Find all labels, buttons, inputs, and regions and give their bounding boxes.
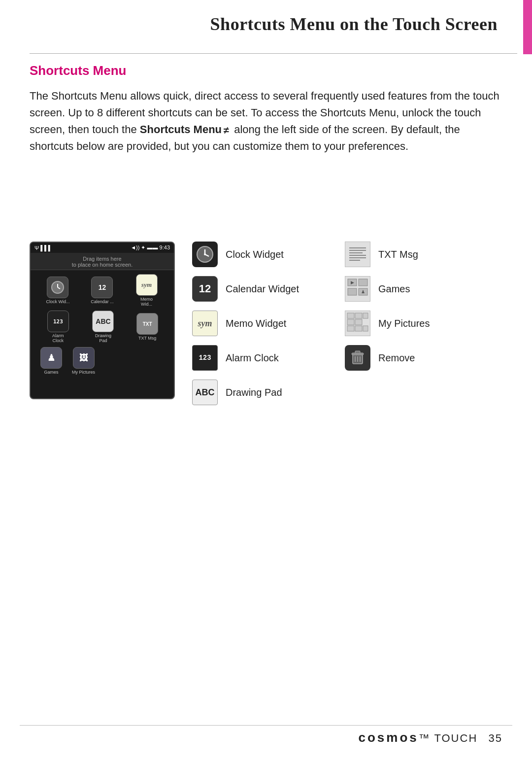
page-title-area: Shortcuts Menu on the Touch Screen	[30, 14, 512, 35]
svg-text:♟: ♟	[361, 289, 365, 294]
calendar-widget-phone-label: Calendar ...	[91, 299, 114, 304]
memo-widget-icon: sym	[192, 311, 218, 336]
svg-point-6	[204, 253, 206, 255]
svg-rect-28	[355, 326, 362, 331]
memo-widget-phone-label: Memo Wid...	[135, 297, 159, 307]
my-pictures-phone-icon: 🖼	[73, 347, 95, 369]
clock-icon-svg	[195, 244, 215, 264]
clock-widget-label: Clock Widget	[226, 249, 304, 260]
phone-icon-alarm-clock: 123 Alarm Clock	[46, 311, 70, 343]
phone-status-bar: Ψ ▌▌▌ ◄)) ✦ ▬▬ 9:43	[31, 243, 174, 253]
alarm-clock-phone-icon: 123	[47, 311, 69, 332]
clock-widget-phone-label: Clock Wid...	[46, 299, 69, 304]
drawing-pad-label: Drawing Pad	[226, 387, 304, 398]
txt-msg-label: TXT Msg	[378, 249, 418, 260]
my-pictures-icon	[345, 311, 370, 336]
shortcuts-right-column: TXT Msg ▶ ♟ Games	[345, 242, 502, 380]
svg-rect-27	[347, 326, 354, 331]
clock-widget-phone-icon	[47, 277, 68, 298]
phone-screenshot: Ψ ▌▌▌ ◄)) ✦ ▬▬ 9:43 Drag items here to p…	[30, 242, 175, 399]
games-phone-label: Games	[44, 370, 58, 375]
svg-rect-17	[359, 279, 367, 286]
phone-icon-clock-widget: Clock Wid...	[46, 277, 69, 304]
svg-text:▶: ▶	[351, 280, 354, 285]
my-pictures-phone-label: My Pictures	[72, 370, 95, 375]
phone-icon-txt-msg: TXT TXT Msg	[136, 313, 158, 341]
svg-rect-26	[355, 319, 362, 325]
page-number: 35	[489, 732, 502, 744]
phone-row-1: Clock Wid... 12 Calendar ... sym Memo Wi…	[31, 270, 174, 309]
page-title: Shortcuts Menu on the Touch Screen	[30, 14, 512, 35]
drawing-pad-icon: ABC	[192, 380, 218, 405]
phone-row-2: 123 Alarm Clock ABC Drawing Pad TXT TXT …	[31, 309, 174, 345]
shortcuts-menu-bold: Shortcuts Menu	[140, 123, 222, 136]
my-pictures-svg	[345, 311, 370, 336]
svg-rect-7	[345, 242, 370, 267]
alarm-clock-label: Alarm Clock	[226, 352, 304, 364]
drag-text-2: to place on home screen.	[31, 262, 174, 268]
phone-icon-calendar-widget: 12 Calendar ...	[91, 277, 114, 304]
calendar-widget-icon: 12	[192, 276, 218, 302]
svg-rect-32	[355, 351, 360, 353]
clock-widget-icon	[192, 242, 218, 267]
calendar-widget-label: Calendar Widget	[226, 283, 304, 295]
section-heading: Shortcuts Menu	[30, 63, 126, 78]
games-svg: ▶ ♟	[345, 277, 370, 301]
remove-icon	[345, 345, 370, 371]
accent-bar	[523, 0, 532, 54]
txt-msg-phone-icon: TXT	[136, 313, 158, 335]
txt-msg-icon	[345, 242, 370, 267]
drawing-pad-phone-icon: ABC	[92, 311, 114, 332]
clock-svg	[50, 280, 65, 295]
brand-name: cosmos	[358, 730, 418, 745]
shortcut-my-pictures: My Pictures	[345, 311, 502, 336]
footer-divider	[20, 725, 512, 726]
phone-icon-memo-widget: sym Memo Wid...	[135, 274, 159, 307]
trash-svg	[349, 349, 366, 367]
phone-icon-drawing-pad: ABC Drawing Pad	[91, 311, 115, 343]
phone-row-3: ♟ Games 🖼 My Pictures	[31, 345, 174, 377]
body-text: The Shortcuts Menu allows quick, direct …	[30, 88, 502, 155]
txt-msg-svg	[345, 242, 370, 267]
svg-rect-18	[348, 288, 357, 295]
memo-widget-label: Memo Widget	[226, 318, 304, 329]
footer: cosmos™ TOUCH 35	[358, 730, 502, 745]
shortcut-drawing-pad: ABC Drawing Pad	[192, 380, 502, 405]
shortcut-games: ▶ ♟ Games	[345, 276, 502, 302]
drag-text-1: Drag items here	[31, 256, 174, 262]
phone-icon-games: ♟ Games	[40, 347, 62, 375]
signal-icon: Ψ ▌▌▌	[34, 245, 52, 251]
phone-icon-my-pictures: 🖼 My Pictures	[72, 347, 95, 375]
status-icons: ◄)) ✦ ▬▬ 9:43	[131, 244, 170, 251]
alarm-clock-icon: 123	[192, 345, 218, 371]
games-phone-icon: ♟	[40, 347, 62, 369]
games-label: Games	[378, 283, 410, 295]
drawing-pad-phone-label: Drawing Pad	[91, 333, 115, 343]
shortcut-remove: Remove	[345, 345, 502, 371]
my-pictures-label: My Pictures	[378, 318, 430, 329]
txt-msg-phone-label: TXT Msg	[138, 336, 156, 341]
games-icon: ▶ ♟	[345, 276, 370, 302]
svg-rect-23	[355, 313, 362, 318]
phone-drag-area: Drag items here to place on home screen.	[31, 253, 174, 270]
title-divider	[30, 53, 517, 54]
svg-rect-29	[363, 326, 368, 331]
svg-rect-22	[347, 313, 354, 318]
memo-widget-phone-icon: sym	[136, 274, 158, 296]
svg-rect-25	[347, 319, 354, 325]
calendar-widget-phone-icon: 12	[91, 277, 113, 298]
svg-rect-24	[363, 313, 368, 318]
shortcut-txt-msg: TXT Msg	[345, 242, 502, 267]
menu-icon-symbol: ≠	[224, 123, 229, 138]
alarm-clock-phone-label: Alarm Clock	[46, 333, 70, 343]
remove-label: Remove	[378, 352, 415, 364]
product-name: ™ TOUCH	[419, 732, 486, 744]
